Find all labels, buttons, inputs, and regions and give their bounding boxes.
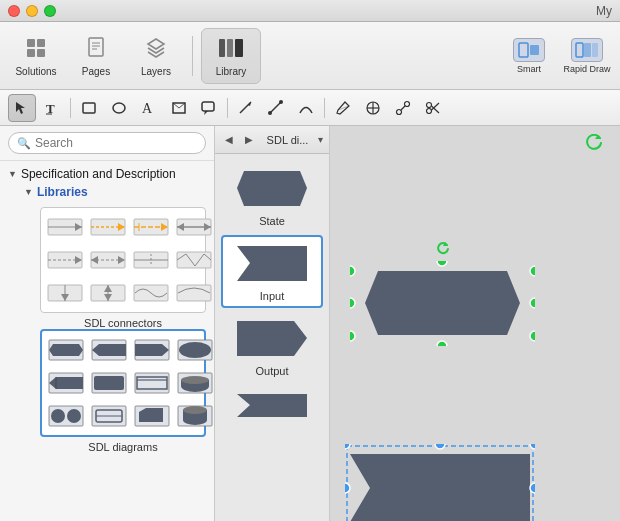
- right-toolbar: Smart Rapid Draw: [504, 38, 612, 74]
- sdl-connectors-grid[interactable]: [40, 207, 206, 313]
- smart-label: Smart: [517, 64, 541, 74]
- shape-output-label: Output: [255, 365, 288, 377]
- svg-point-127: [345, 444, 350, 449]
- tree-root-item[interactable]: ▼ Specification and Description: [8, 167, 206, 181]
- svg-rect-26: [202, 102, 214, 111]
- tool-anchor[interactable]: [359, 94, 387, 122]
- svg-marker-86: [49, 377, 83, 389]
- svg-point-40: [427, 108, 432, 113]
- state-shape-container[interactable]: [350, 261, 535, 346]
- rapid-draw-label: Rapid Draw: [563, 64, 610, 74]
- diagram-cell-6[interactable]: [89, 368, 129, 398]
- diagram-cell-8[interactable]: [175, 368, 214, 398]
- svg-marker-78: [49, 344, 83, 356]
- svg-point-96: [181, 376, 209, 384]
- connector-cell-6[interactable]: [88, 245, 128, 275]
- svg-marker-8: [148, 39, 164, 49]
- tool-sep-2: [227, 98, 228, 118]
- diagram-cell-5[interactable]: [46, 368, 86, 398]
- svg-rect-13: [530, 45, 539, 55]
- center-header: ◀ ▶ SDL di... ▾: [215, 126, 329, 154]
- diagram-cell-3[interactable]: [132, 335, 172, 365]
- minimize-button[interactable]: [26, 5, 38, 17]
- left-panel: 🔍 ▼ Specification and Description ▼ Libr…: [0, 126, 215, 521]
- rotate-handle[interactable]: [435, 241, 451, 260]
- close-button[interactable]: [8, 5, 20, 17]
- tool-line[interactable]: [232, 94, 260, 122]
- connector-cell-4[interactable]: [174, 212, 214, 242]
- svg-rect-90: [135, 373, 169, 393]
- center-panel: ◀ ▶ SDL di... ▾ State Input: [215, 126, 330, 521]
- svg-marker-114: [365, 271, 520, 335]
- svg-point-30: [268, 111, 272, 115]
- shape-input-label: Input: [260, 290, 284, 302]
- tool-connect[interactable]: [389, 94, 417, 122]
- connector-cell-1[interactable]: [45, 212, 85, 242]
- connector-cell-2[interactable]: [88, 212, 128, 242]
- tool-ellipse[interactable]: [105, 94, 133, 122]
- tool-scissors[interactable]: [419, 94, 447, 122]
- connector-cell-9[interactable]: [45, 278, 85, 308]
- connector-cell-12[interactable]: [174, 278, 214, 308]
- connector-cell-5[interactable]: [45, 245, 85, 275]
- canvas-area[interactable]: [330, 126, 620, 521]
- connector-cell-11[interactable]: [131, 278, 171, 308]
- diagram-cell-12[interactable]: [175, 401, 214, 431]
- library-label: Library: [216, 66, 247, 77]
- svg-point-36: [397, 109, 402, 114]
- sdl-connectors-label: SDL connectors: [40, 317, 206, 329]
- svg-point-117: [530, 266, 535, 276]
- shape-item-state[interactable]: State: [221, 162, 323, 231]
- center-title: SDL di...: [261, 134, 314, 146]
- shape-item-more[interactable]: [221, 385, 323, 423]
- diagram-cell-10[interactable]: [89, 401, 129, 431]
- connector-cell-3[interactable]: [131, 212, 171, 242]
- connector-cell-7[interactable]: [131, 245, 171, 275]
- connector-cell-8[interactable]: [174, 245, 214, 275]
- tool-text2[interactable]: A: [135, 94, 163, 122]
- tool-select[interactable]: [8, 94, 36, 122]
- tool-text[interactable]: T: [38, 94, 66, 122]
- svg-rect-3: [37, 49, 45, 57]
- toolbar-btn-layers[interactable]: Layers: [128, 28, 184, 84]
- refresh-icon[interactable]: [586, 134, 604, 155]
- tree-libraries-item[interactable]: ▼ Libraries: [24, 185, 206, 199]
- toolbar-btn-pages[interactable]: Pages: [68, 28, 124, 84]
- solutions-icon: [22, 34, 50, 62]
- toolbar-btn-solutions[interactable]: Solutions: [8, 28, 64, 84]
- tool-rect[interactable]: [75, 94, 103, 122]
- diagram-cell-9[interactable]: [46, 401, 86, 431]
- diagram-cell-4[interactable]: [175, 335, 214, 365]
- tool-curve1[interactable]: [262, 94, 290, 122]
- svg-marker-82: [135, 344, 169, 356]
- toolbar-btn-library[interactable]: Library: [201, 28, 261, 84]
- tool-arc[interactable]: [292, 94, 320, 122]
- sdl-diagrams-grid[interactable]: [40, 329, 206, 437]
- svg-text:A: A: [142, 101, 153, 116]
- smart-btn[interactable]: Smart: [504, 38, 554, 74]
- layers-icon: [142, 34, 170, 62]
- sdl-diagrams-label: SDL diagrams: [40, 441, 206, 453]
- tool-shape[interactable]: [165, 94, 193, 122]
- shape-item-input[interactable]: Input: [221, 235, 323, 308]
- tool-comment[interactable]: [195, 94, 223, 122]
- svg-point-39: [427, 102, 432, 107]
- diagram-cell-2[interactable]: [89, 335, 129, 365]
- diagram-cell-1[interactable]: [46, 335, 86, 365]
- rapid-draw-btn[interactable]: Rapid Draw: [562, 38, 612, 74]
- prev-arrow[interactable]: ◀: [221, 132, 237, 148]
- svg-point-118: [530, 298, 535, 308]
- next-arrow[interactable]: ▶: [241, 132, 257, 148]
- search-input[interactable]: [35, 136, 197, 150]
- dropdown-icon[interactable]: ▾: [318, 134, 323, 145]
- shape-item-output[interactable]: Output: [221, 312, 323, 381]
- connector-cell-10[interactable]: [88, 278, 128, 308]
- search-input-wrap[interactable]: 🔍: [8, 132, 206, 154]
- maximize-button[interactable]: [44, 5, 56, 17]
- diagram-cell-7[interactable]: [132, 368, 172, 398]
- svg-point-130: [530, 483, 535, 493]
- tool-pen[interactable]: [329, 94, 357, 122]
- input-shape-container[interactable]: [345, 444, 535, 521]
- diagram-cell-11[interactable]: [132, 401, 172, 431]
- svg-line-38: [401, 106, 405, 110]
